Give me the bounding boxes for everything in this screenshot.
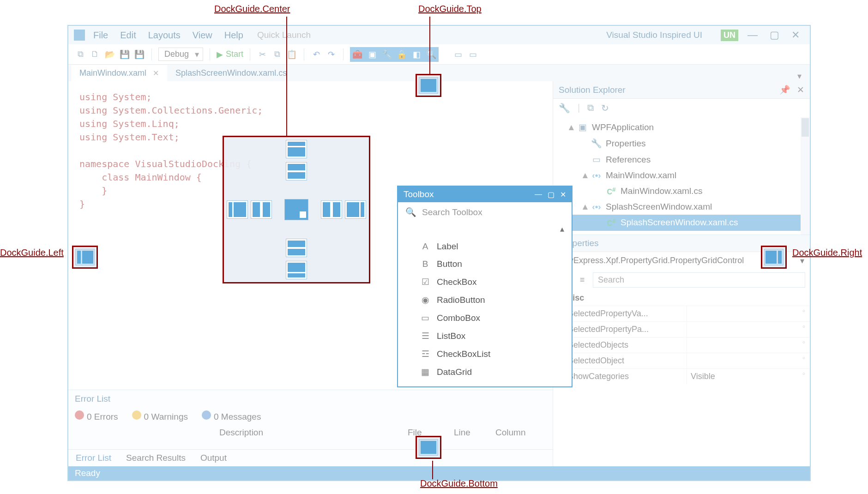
window-title: Visual Studio Inspired UI — [606, 30, 721, 40]
callout-center-label: DockGuide.Center — [214, 4, 290, 14]
properties-search-input[interactable] — [593, 272, 805, 288]
dock-hint-left-inner[interactable] — [251, 200, 272, 219]
tree-node[interactable]: ▲▣WPFApplication — [553, 119, 810, 135]
dock-guide-bottom[interactable] — [416, 436, 441, 459]
callout-top-label: DockGuide.Top — [418, 4, 482, 14]
property-category[interactable]: Misc — [553, 290, 810, 306]
save-all-icon[interactable]: 💾 — [134, 49, 145, 60]
property-row[interactable]: SelectedPropertyVa...◦ — [553, 306, 810, 321]
dock-hint-right-inner[interactable] — [321, 200, 342, 219]
menu-edit[interactable]: Edit — [120, 30, 136, 41]
close-button[interactable]: ✕ — [791, 29, 800, 41]
property-row[interactable]: SelectedObject◦ — [553, 353, 810, 368]
callout-bottom-label: DockGuide.Bottom — [420, 478, 498, 489]
add-item-icon[interactable]: ⧉ — [75, 49, 86, 60]
toolbox-toggle-icon[interactable]: 🧰 — [350, 47, 365, 62]
maximize-button[interactable]: ▢ — [770, 29, 779, 41]
menu-help[interactable]: Help — [224, 30, 243, 41]
solution-explorer-toggle-icon[interactable]: ▣ — [365, 47, 380, 62]
pin-icon[interactable]: 📌 — [779, 84, 790, 95]
copy-icon[interactable]: ⧉ — [271, 49, 283, 60]
dock-guide-left[interactable] — [72, 246, 98, 269]
menu-file[interactable]: File — [93, 30, 108, 41]
open-folder-icon[interactable]: 📂 — [104, 49, 115, 60]
warnings-filter[interactable]: 0 Warnings — [132, 410, 188, 422]
toolbox-item[interactable]: BButton — [398, 255, 572, 273]
properties-icon[interactable]: 🔧 — [559, 102, 570, 114]
dock-guide-top[interactable] — [416, 74, 441, 97]
dock-hint-top-inner[interactable] — [286, 162, 307, 181]
toolbox-maximize-icon[interactable]: ▢ — [548, 190, 555, 199]
callout-line — [432, 461, 433, 479]
toolbox-minimize-icon[interactable]: — — [535, 190, 542, 199]
user-badge[interactable]: UN — [721, 30, 738, 41]
property-row[interactable]: SelectedObjects◦ — [553, 337, 810, 353]
toolbox-item[interactable]: ☰ListBox — [398, 327, 572, 345]
menubar: File Edit Layouts View Help — [90, 30, 243, 41]
solution-tree[interactable]: ▲▣WPFApplication🔧Properties▭References▲‹… — [553, 117, 810, 235]
tab-label: SplashScreenWindow.xaml.cs — [175, 68, 287, 78]
property-row[interactable]: ShowCategoriesVisible◦ — [553, 368, 810, 384]
new-file-icon[interactable]: 🗋 — [90, 49, 101, 60]
dock-hint-bottom-inner[interactable] — [286, 239, 307, 257]
collapse-icon[interactable]: ▴ — [560, 224, 564, 234]
config-combo[interactable]: Debug — [158, 48, 203, 61]
minimize-button[interactable]: — — [747, 29, 758, 41]
titlebar: File Edit Layouts View Help Quick Launch… — [68, 26, 810, 44]
property-row[interactable]: SelectedPropertyPa...◦ — [553, 321, 810, 337]
tree-node[interactable]: ▲‹•›MainWindow.xaml — [553, 168, 810, 183]
toolbox-item[interactable]: ◉RadioButton — [398, 291, 572, 309]
alpha-view-icon[interactable]: ≡ — [575, 273, 589, 287]
toolbox-window[interactable]: Toolbox — ▢ ✕ 🔍 Search Toolbox ▴ ALabelB… — [397, 186, 573, 387]
tree-node[interactable]: C#SplashScreenWindow.xaml.cs — [553, 215, 810, 230]
close-panel-icon[interactable]: ✕ — [797, 84, 804, 95]
tree-node[interactable]: ▭References — [553, 151, 810, 168]
dock-hint-right-outer[interactable] — [345, 200, 366, 219]
menu-layouts[interactable]: Layouts — [148, 30, 181, 41]
errors-filter[interactable]: 0 Errors — [75, 410, 118, 422]
dock-hint-fill[interactable] — [284, 199, 308, 220]
redo-icon[interactable]: ↷ — [326, 49, 337, 60]
lock-toggle-icon[interactable]: 🔒 — [394, 47, 409, 62]
toolbox-item[interactable]: ALabel — [398, 238, 572, 255]
start-button[interactable]: Start — [217, 49, 243, 60]
tab-output[interactable]: Output — [193, 450, 234, 466]
window-icon-1[interactable]: ▭ — [452, 49, 464, 60]
tab-close-icon[interactable]: ✕ — [153, 69, 159, 78]
dock-hint-top-outer[interactable] — [286, 140, 307, 158]
search-toggle-icon[interactable]: 🔍 — [424, 47, 439, 62]
toolbox-item[interactable]: ▭ComboBox — [398, 309, 572, 327]
toolbox-search-input[interactable]: Search Toolbox — [422, 207, 482, 217]
quick-launch-input[interactable]: Quick Launch — [257, 30, 606, 40]
refresh-icon[interactable]: ↻ — [601, 102, 609, 114]
tree-node[interactable]: C#MainWindow.xaml.cs — [553, 183, 810, 199]
error-columns: Description File Line Column — [68, 425, 553, 440]
tab-search-results[interactable]: Search Results — [119, 450, 193, 466]
tab-splashscreen[interactable]: SplashScreenWindow.xaml.cs — [167, 65, 295, 81]
solution-explorer-header: Solution Explorer 📌 ✕ — [553, 81, 810, 99]
cut-icon[interactable]: ✂ — [257, 49, 268, 60]
menu-view[interactable]: View — [193, 30, 212, 41]
dock-guide-right[interactable] — [761, 246, 787, 269]
tab-mainwindow[interactable]: MainWindow.xaml ✕ — [71, 65, 167, 81]
show-all-icon[interactable]: ⧉ — [587, 102, 594, 114]
dock-hint-bottom-outer[interactable] — [286, 261, 307, 279]
tab-error-list[interactable]: Error List — [68, 450, 119, 466]
toolbox-item[interactable]: ☑CheckBox — [398, 273, 572, 291]
dock-guide-center[interactable] — [223, 136, 370, 283]
undo-icon[interactable]: ↶ — [311, 49, 322, 60]
properties-panel: Properties DevExpress.Xpf.PropertyGrid.P… — [553, 235, 810, 466]
record-toggle-icon[interactable]: ◧ — [409, 47, 424, 62]
properties-toggle-icon[interactable]: 🔧 — [380, 47, 394, 62]
tree-node[interactable]: 🔧Properties — [553, 135, 810, 151]
toolbox-item[interactable]: ▦DataGrid — [398, 363, 572, 381]
messages-filter[interactable]: 0 Messages — [202, 410, 261, 422]
window-icon-2[interactable]: ▭ — [467, 49, 478, 60]
toolbox-item[interactable]: ☲CheckBoxList — [398, 345, 572, 363]
paste-icon[interactable]: 📋 — [286, 49, 297, 60]
toolbox-close-icon[interactable]: ✕ — [560, 190, 566, 199]
save-icon[interactable]: 💾 — [119, 49, 130, 60]
tree-node[interactable]: ▲‹•›SplashScreenWindow.xaml — [553, 199, 810, 215]
dock-hint-left-outer[interactable] — [227, 200, 248, 219]
tabs-dropdown-icon[interactable]: ▾ — [797, 71, 810, 81]
